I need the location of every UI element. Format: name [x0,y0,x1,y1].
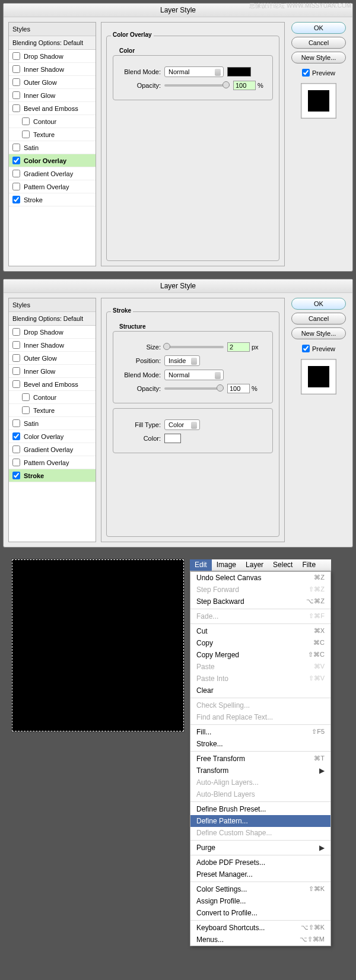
preview-checkbox[interactable] [302,69,310,77]
styles-header[interactable]: Styles [9,298,96,312]
menu-item-step-backward[interactable]: Step Backward⌥⌘Z [190,596,330,607]
menu-item-cut[interactable]: Cut⌘X [190,625,330,637]
cancel-button[interactable]: Cancel [291,313,346,324]
style-checkbox[interactable] [22,393,30,401]
new-style-button[interactable]: New Style... [291,52,346,63]
new-style-button[interactable]: New Style... [291,327,346,339]
style-item-stroke[interactable]: Stroke [9,193,96,206]
style-checkbox[interactable] [12,144,20,151]
menu-item-define-pattern[interactable]: Define Pattern... [190,815,330,827]
blend-mode-dropdown[interactable]: Normal [164,370,224,380]
style-checkbox[interactable] [12,65,20,73]
blend-mode-dropdown[interactable]: Normal [164,66,224,77]
style-item-gradient-overlay[interactable]: Gradient Overlay [9,167,96,180]
menu-item-color-settings[interactable]: Color Settings...⇧⌘K [190,883,330,895]
style-item-satin[interactable]: Satin [9,141,96,154]
style-checkbox[interactable] [12,419,20,427]
style-item-contour[interactable]: Contour [9,115,96,128]
blending-options[interactable]: Blending Options: Default [9,36,96,50]
menu-item-undo-select-canvas[interactable]: Undo Select Canvas⌘Z [190,572,330,584]
menu-item-clear[interactable]: Clear [190,685,330,696]
style-checkbox[interactable] [12,196,20,203]
menu-item-keyboard-shortcuts[interactable]: Keyboard Shortcuts...⌥⇧⌘K [190,922,330,934]
position-dropdown[interactable]: Inside [164,355,200,366]
style-item-inner-glow[interactable]: Inner Glow [9,365,96,378]
style-item-bevel-and-emboss[interactable]: Bevel and Emboss [9,378,96,391]
styles-header[interactable]: Styles [9,23,96,36]
style-item-color-overlay[interactable]: Color Overlay [9,154,96,167]
cancel-button[interactable]: Cancel [291,37,346,49]
opacity-slider[interactable] [164,387,224,390]
menu-item-purge[interactable]: Purge▶ [190,842,330,854]
style-item-texture[interactable]: Texture [9,404,96,417]
menu-item-menus[interactable]: Menus...⌥⇧⌘M [190,934,330,946]
style-checkbox[interactable] [12,91,20,99]
style-checkbox[interactable] [12,52,20,60]
menu-item-copy[interactable]: Copy⌘C [190,637,330,649]
style-item-color-overlay[interactable]: Color Overlay [9,430,96,443]
style-checkbox[interactable] [12,446,20,453]
style-checkbox[interactable] [12,341,20,349]
style-item-texture[interactable]: Texture [9,128,96,141]
ok-button[interactable]: OK [291,298,346,310]
style-checkbox[interactable] [12,432,20,440]
menubar-select[interactable]: Select [268,559,297,571]
style-checkbox[interactable] [12,104,20,112]
stroke-color-swatch[interactable] [164,434,181,443]
style-checkbox[interactable] [22,117,30,125]
style-item-outer-glow[interactable]: Outer Glow [9,76,96,89]
style-checkbox[interactable] [12,367,20,375]
menu-item-preset-manager[interactable]: Preset Manager... [190,868,330,880]
style-checkbox[interactable] [12,183,20,190]
style-checkbox[interactable] [12,157,20,164]
style-checkbox[interactable] [12,380,20,388]
opacity-slider[interactable] [164,84,230,87]
style-item-satin[interactable]: Satin [9,417,96,430]
menubar-layer[interactable]: Layer [241,559,268,571]
style-item-stroke[interactable]: Stroke [9,469,96,482]
ok-button[interactable]: OK [291,22,346,34]
style-item-gradient-overlay[interactable]: Gradient Overlay [9,443,96,456]
style-label: Inner Shadow [24,66,64,73]
canvas-selection[interactable] [12,559,184,731]
menu-item-free-transform[interactable]: Free Transform⌘T [190,753,330,765]
size-slider[interactable] [164,346,224,348]
blending-options[interactable]: Blending Options: Default [9,312,96,326]
style-checkbox[interactable] [12,472,20,479]
style-checkbox[interactable] [12,78,20,86]
filltype-dropdown[interactable]: Color [164,419,200,430]
preview-checkbox[interactable] [302,345,310,352]
style-item-inner-shadow[interactable]: Inner Shadow [9,63,96,76]
style-checkbox[interactable] [12,459,20,466]
style-checkbox[interactable] [22,406,30,414]
style-item-drop-shadow[interactable]: Drop Shadow [9,50,96,63]
style-checkbox[interactable] [12,170,20,177]
menu-item-define-brush-preset[interactable]: Define Brush Preset... [190,803,330,815]
size-input[interactable] [227,342,250,352]
menu-item-convert-to-profile[interactable]: Convert to Profile... [190,907,330,919]
style-item-outer-glow[interactable]: Outer Glow [9,352,96,365]
style-item-drop-shadow[interactable]: Drop Shadow [9,326,96,339]
overlay-color-swatch[interactable] [227,67,251,77]
menu-item-adobe-pdf-presets[interactable]: Adobe PDF Presets... [190,857,330,868]
style-item-inner-shadow[interactable]: Inner Shadow [9,339,96,352]
style-item-inner-glow[interactable]: Inner Glow [9,89,96,102]
menu-label: Check Spelling... [196,701,250,709]
menu-item-copy-merged[interactable]: Copy Merged⇧⌘C [190,649,330,661]
menu-item-transform[interactable]: Transform▶ [190,765,330,777]
style-checkbox[interactable] [12,354,20,362]
style-checkbox[interactable] [12,328,20,336]
style-item-contour[interactable]: Contour [9,391,96,404]
opacity-input[interactable] [227,384,250,393]
menu-item-stroke[interactable]: Stroke... [190,738,330,750]
menu-item-fill[interactable]: Fill...⇧F5 [190,726,330,738]
menu-item-assign-profile[interactable]: Assign Profile... [190,895,330,907]
menubar-edit[interactable]: Edit [190,559,212,571]
menubar-filte[interactable]: Filte [297,559,320,571]
style-item-pattern-overlay[interactable]: Pattern Overlay [9,456,96,469]
menubar-image[interactable]: Image [212,559,241,571]
style-item-pattern-overlay[interactable]: Pattern Overlay [9,180,96,193]
opacity-input[interactable] [233,81,256,90]
style-item-bevel-and-emboss[interactable]: Bevel and Emboss [9,102,96,115]
style-checkbox[interactable] [22,131,30,138]
